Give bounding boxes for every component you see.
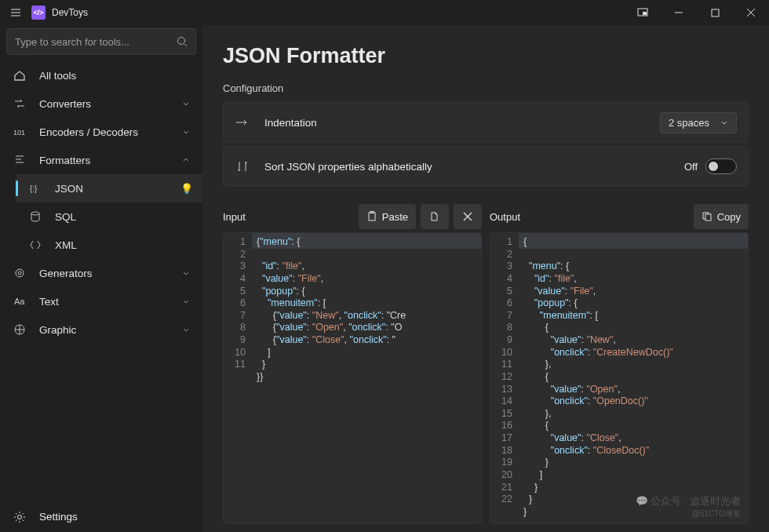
- maximize-button[interactable]: [697, 0, 733, 25]
- svg-point-7: [16, 269, 24, 277]
- sidebar: All tools Converters 101 Encoders / Deco…: [0, 25, 202, 532]
- graphic-icon: [13, 322, 27, 337]
- chevron-down-icon: [182, 297, 193, 305]
- input-label: Input: [223, 211, 354, 223]
- sort-toggle[interactable]: [705, 159, 737, 174]
- sidebar-item-settings[interactable]: Settings: [0, 501, 202, 532]
- sort-icon: [235, 160, 250, 173]
- chevron-down-icon: [182, 128, 193, 136]
- main-content: JSON Formatter Configuration Indentation…: [202, 25, 769, 532]
- titlebar: </> DevToys: [0, 0, 769, 25]
- output-label: Output: [490, 211, 689, 223]
- minimize-button[interactable]: [661, 0, 697, 25]
- pip-button[interactable]: [625, 0, 661, 25]
- svg-point-6: [31, 212, 39, 215]
- copy-button[interactable]: Copy: [694, 204, 749, 229]
- binary-icon: 101: [13, 125, 27, 139]
- xml-icon: [28, 238, 42, 252]
- input-editor[interactable]: 1234567891011 {"menu": { "id": "file", "…: [223, 232, 482, 524]
- app-icon: </>: [31, 5, 46, 20]
- svg-text:Aa: Aa: [14, 297, 25, 306]
- config-label: Configuration: [223, 82, 749, 94]
- search-input[interactable]: [15, 36, 177, 48]
- chevron-down-icon: [182, 326, 193, 333]
- svg-point-11: [18, 515, 22, 519]
- search-icon: [177, 36, 188, 47]
- convert-icon: [13, 97, 27, 111]
- chevron-up-icon: [182, 156, 193, 164]
- sidebar-item-sql[interactable]: SQL: [16, 202, 202, 231]
- search-input-wrap[interactable]: [6, 28, 196, 55]
- svg-rect-12: [369, 213, 375, 220]
- paste-button[interactable]: Paste: [359, 204, 416, 229]
- svg-rect-1: [643, 12, 647, 15]
- sql-icon: [28, 210, 42, 224]
- sidebar-item-converters[interactable]: Converters: [0, 89, 202, 118]
- config-sort: Sort JSON properties alphabetically Off: [223, 146, 749, 187]
- svg-text:101: 101: [13, 129, 25, 137]
- config-indentation: Indentation 2 spaces: [223, 102, 749, 143]
- svg-text:{:}: {:}: [30, 184, 38, 193]
- settings-icon: [13, 511, 27, 523]
- home-icon: [13, 68, 27, 82]
- copy-icon: [702, 211, 713, 222]
- output-panel: Output Copy 1234567891011121314151617181…: [490, 202, 749, 524]
- open-file-button[interactable]: [421, 204, 449, 229]
- svg-point-8: [18, 271, 21, 275]
- sidebar-item-all-tools[interactable]: All tools: [0, 61, 202, 89]
- chevron-down-icon: [720, 118, 728, 126]
- close-button[interactable]: [733, 0, 769, 25]
- page-title: JSON Formatter: [223, 44, 749, 68]
- sidebar-item-text[interactable]: Aa Text: [0, 287, 202, 315]
- bulb-icon: 💡: [180, 183, 193, 195]
- indent-icon: [235, 117, 250, 128]
- indentation-select[interactable]: 2 spaces: [660, 112, 737, 133]
- clear-button[interactable]: [454, 204, 482, 229]
- format-icon: [13, 153, 27, 167]
- menu-icon[interactable]: [6, 3, 25, 22]
- sidebar-item-generators[interactable]: Generators: [0, 259, 202, 287]
- json-icon: {:}: [28, 181, 42, 195]
- sidebar-item-json[interactable]: {:} JSON 💡: [16, 174, 202, 202]
- gear-icon: [13, 266, 27, 280]
- sidebar-item-xml[interactable]: XML: [16, 231, 202, 259]
- app-title: DevToys: [52, 7, 88, 18]
- sidebar-item-graphic[interactable]: Graphic: [0, 315, 202, 344]
- input-panel: Input Paste 1234567891011 {"menu": { "id…: [223, 202, 482, 524]
- sidebar-item-encoders[interactable]: 101 Encoders / Decoders: [0, 118, 202, 146]
- output-editor[interactable]: 12345678910111213141516171819202122 { "m…: [490, 232, 749, 524]
- text-icon: Aa: [13, 294, 27, 308]
- chevron-down-icon: [182, 269, 193, 277]
- svg-rect-15: [705, 214, 711, 220]
- svg-point-3: [178, 38, 185, 45]
- chevron-down-icon: [182, 100, 193, 107]
- svg-rect-2: [712, 9, 719, 16]
- clipboard-icon: [366, 211, 377, 222]
- sidebar-item-formatters[interactable]: Formatters: [0, 146, 202, 174]
